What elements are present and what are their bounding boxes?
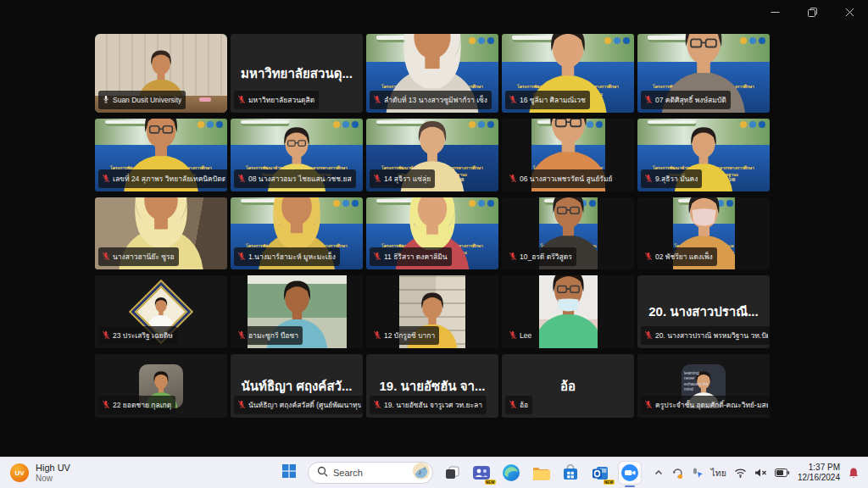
participant-tile[interactable]: โครงการพัฒนาข้าราชการครูและบุคลากรทางการ… <box>502 34 634 113</box>
participant-name: 11 ธีริสรา ดงคาลีมิน <box>384 251 448 263</box>
mic-muted-icon <box>237 171 246 186</box>
teams-icon[interactable]: NEW <box>470 462 492 484</box>
participant-tile[interactable]: Suan Dusit University <box>95 34 227 113</box>
participant-tile[interactable]: โครงการพัฒนาข้าราชการครูและบุคลากรทางการ… <box>637 119 770 191</box>
participant-nameplate: 19. นายอัซฮัน จารูเวศ วท.ยะลา <box>370 396 487 414</box>
participant-video <box>539 275 598 348</box>
participant-tile[interactable]: โครงการพัฒนาข้าราชการครูและบุคลากรทางการ… <box>637 197 770 269</box>
notification-bell-icon[interactable] <box>848 467 860 479</box>
participant-tile[interactable]: นางสาวฮานีย๊ะ ซูรอ <box>95 197 227 269</box>
participant-name: เลขที่ 24 สุภาพร วิทยาลัยเทคนิคปัตตานี <box>113 173 225 185</box>
participant-nameplate: ลำดับที่ 13 นางสาวซูมีฟาก์รา เซ็ง <box>370 91 492 109</box>
window-controls <box>756 0 868 25</box>
participant-name: Lee <box>520 331 531 340</box>
participant-name: อ้อ <box>520 399 528 411</box>
battery-icon[interactable] <box>775 469 790 477</box>
participant-nameplate: เลขที่ 24 สุภาพร วิทยาลัยเทคนิคปัตตานี <box>98 169 227 188</box>
participant-tile[interactable]: อ้ออ้อ <box>502 354 634 418</box>
participant-name: 16 ซูลีมา ศิลามณีเวช <box>520 94 586 106</box>
pinned-apps: NEWNEW <box>441 462 641 484</box>
participant-tile[interactable]: อามะซูกรี บือซา <box>231 275 363 348</box>
search-icon <box>317 465 328 480</box>
participant-tile[interactable]: นันท์ธิญา ศฤงค์สวั...นันท์ธิญา ศฤงค์สวัส… <box>231 354 363 418</box>
close-icon <box>845 5 854 20</box>
mic-muted-icon <box>644 397 653 413</box>
participant-name: 10_อรดี ตรีวิสูตร <box>520 251 572 263</box>
participant-tile[interactable]: โครงการพัฒนาข้าราชการครูและบุคลากรทางการ… <box>95 119 227 191</box>
participant-name: ครูประจำชั้น อุดมศักดิ์-คณะวิทย์-มสด. <box>655 399 768 411</box>
mic-muted-icon <box>509 92 517 108</box>
participant-nameplate: 11 ธีริสรา ดงคาลีมิน <box>370 247 452 266</box>
participant-nameplate: 16 ซูลีมา ศิลามณีเวช <box>505 91 590 109</box>
mic-muted-icon <box>237 249 246 264</box>
participant-tile[interactable]: โครงการพัฒนาข้าราชการครูและบุคลากรทางการ… <box>502 119 634 191</box>
participant-nameplate: 10_อรดี ตรีวิสูตร <box>505 247 576 266</box>
store-icon[interactable] <box>559 462 581 484</box>
weather-label: High UV <box>36 463 70 474</box>
participant-nameplate: 08 นางสาวอมร ไชยแสน วชช.ยส <box>234 169 356 188</box>
participant-tile[interactable]: 19. นายอัซฮัน จา...19. นายอัซฮัน จารูเวศ… <box>366 354 498 418</box>
participant-name: 9.สุธิรา มั่นคง <box>655 173 698 185</box>
mic-muted-icon <box>509 249 517 264</box>
new-badge: NEW <box>604 480 615 485</box>
participant-tile[interactable]: มหาวิทยาลัยสวนดุ...มหาวิทยาลัยสวนดุสิต <box>231 34 363 113</box>
edge-icon[interactable] <box>500 462 522 484</box>
participant-name: ลำดับที่ 13 นางสาวซูมีฟาก์รา เซ็ง <box>384 94 487 106</box>
participant-tile[interactable]: learning never exhausts the mindครูประจำ… <box>637 354 770 418</box>
participant-name: 19. นายอัซฮัน จารูเวศ วท.ยะลา <box>384 399 482 411</box>
participant-tile[interactable]: Lee <box>502 275 634 348</box>
participant-nameplate: 23 ประเสริฐ เฉยดิษ <box>98 326 177 345</box>
participant-tile[interactable]: โครงการพัฒนาข้าราชการครูและบุคลากรทางการ… <box>366 34 498 113</box>
participant-tile[interactable]: 12 บักรูอซี บากา <box>366 275 498 348</box>
participant-tile[interactable]: โครงการพัฒนาข้าราชการครูและบุคลากรทางการ… <box>366 197 498 269</box>
language-indicator[interactable]: ไทย <box>711 466 726 480</box>
desk-object <box>199 97 211 102</box>
participant-nameplate: 20. นางสาวปราณี พรหมวิฐาน วท.ปัตตานี <box>641 326 770 345</box>
location-in-use-icon[interactable] <box>692 467 704 479</box>
mic-muted-icon <box>373 397 381 413</box>
search-input[interactable]: Search ♪♪ <box>308 462 433 484</box>
participant-tile[interactable]: 20. นางสาวปราณี...20. นางสาวปราณี พรหมวิ… <box>637 275 770 348</box>
new-badge: NEW <box>485 480 497 485</box>
minimize-button[interactable] <box>756 0 793 25</box>
minimize-icon <box>771 5 780 20</box>
sync-status-icon[interactable] <box>671 467 684 480</box>
wifi-icon[interactable] <box>734 468 747 478</box>
participant-tile[interactable]: โครงการพัฒนาข้าราชการครูและบุคลากรทางการ… <box>502 197 634 269</box>
participant-name: 06 นางสาวเพชรรัตน์ สูนย์รัมย์ <box>520 173 613 185</box>
participant-name: 08 นางสาวอมร ไชยแสน วชช.ยส <box>248 173 352 185</box>
hidden-icons-chevron-icon[interactable] <box>654 468 664 478</box>
clock[interactable]: 1:37 PM 12/16/2024 <box>798 463 840 483</box>
mic-muted-icon <box>509 171 517 186</box>
participant-nameplate: 02 พัชรียา แดงเพ็ง <box>641 247 717 266</box>
outlook-icon[interactable]: NEW <box>589 462 611 484</box>
start-button[interactable] <box>278 462 300 484</box>
volume-muted-icon[interactable] <box>754 468 767 478</box>
mic-muted-icon <box>237 92 246 108</box>
participant-name: นางสาวฮานีย๊ะ ซูรอ <box>113 251 175 263</box>
mic-muted-icon <box>373 171 381 186</box>
mic-muted-icon <box>644 92 653 108</box>
participant-tile[interactable]: 22 ยอดชาย กุลเกตุ <box>95 354 227 418</box>
participant-tile[interactable]: โครงการพัฒนาข้าราชการครูและบุคลากรทางการ… <box>231 197 363 269</box>
close-button[interactable] <box>831 0 868 25</box>
participant-nameplate: อ้อ <box>505 396 532 414</box>
participant-tile[interactable]: โครงการพัฒนาข้าราชการครูและบุคลากรทางการ… <box>231 119 363 191</box>
taskbar: UV High UV Now Search ♪♪ NEWNEW ไทย <box>0 457 868 488</box>
participant-tile[interactable]: โครงการพัฒนาข้าราชการครูและบุคลากรทางการ… <box>366 119 498 191</box>
participant-nameplate: นางสาวฮานีย๊ะ ซูรอ <box>98 247 179 266</box>
mic-muted-icon <box>509 328 517 343</box>
zoom-icon[interactable] <box>619 462 641 484</box>
weather-widget[interactable]: UV High UV Now <box>10 458 70 488</box>
task-view-icon[interactable] <box>441 462 463 484</box>
restore-button[interactable] <box>793 0 831 25</box>
mic-muted-icon <box>644 171 653 186</box>
file-explorer-icon[interactable] <box>530 462 552 484</box>
participant-nameplate: 14 สุจิรา แซ่ลุ่ย <box>370 169 435 188</box>
participant-tile[interactable]: 23 ประเสริฐ เฉยดิษ <box>95 275 227 348</box>
mic-muted-icon <box>373 249 381 264</box>
participant-video-person <box>144 295 178 329</box>
participant-tile[interactable]: โครงการพัฒนาข้าราชการครูและบุคลากรทางการ… <box>637 34 770 113</box>
mic-muted-icon <box>237 328 246 343</box>
search-highlight-icon: ♪♪ <box>412 462 431 484</box>
